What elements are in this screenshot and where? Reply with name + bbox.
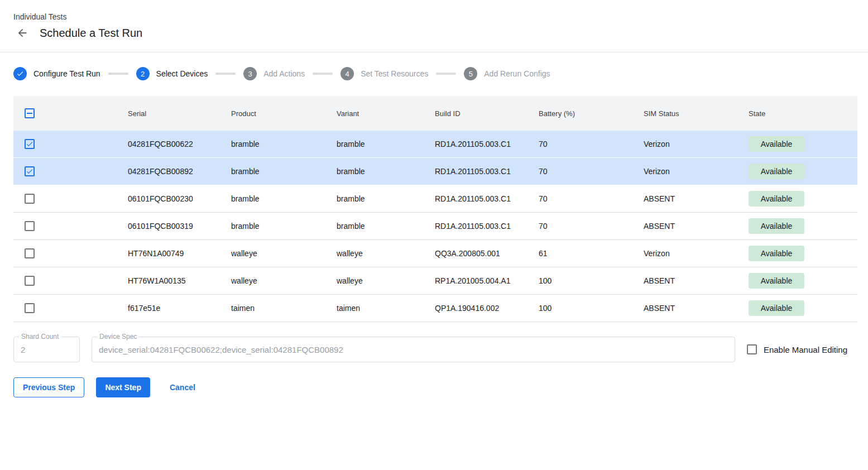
cell-variant: bramble xyxy=(337,140,435,148)
enable-manual-editing[interactable]: Enable Manual Editing xyxy=(747,337,847,354)
row-checkbox[interactable] xyxy=(25,303,35,313)
shard-count-label: Shard Count xyxy=(19,333,61,340)
action-buttons: Previous Step Next Step Cancel xyxy=(13,377,855,397)
row-checkbox[interactable] xyxy=(25,276,35,286)
cell-product: walleye xyxy=(231,249,337,258)
cell-build-id: QQ3A.200805.001 xyxy=(435,249,539,258)
step-label: Add Rerun Configs xyxy=(484,69,550,78)
cell-build-id: RD1A.201105.003.C1 xyxy=(435,167,539,176)
step-connector xyxy=(436,73,456,75)
step-connector xyxy=(313,73,333,75)
cell-battery: 61 xyxy=(539,249,644,258)
cell-battery: 100 xyxy=(539,276,644,285)
cell-sim-status: ABSENT xyxy=(644,304,749,313)
step-label: Add Actions xyxy=(263,69,305,78)
page-header: Individual Tests Schedule a Test Run xyxy=(0,0,868,40)
select-all-checkbox[interactable] xyxy=(25,108,35,118)
table-body: 04281FQCB00622bramblebrambleRD1A.201105.… xyxy=(13,131,857,322)
row-checkbox[interactable] xyxy=(25,139,35,149)
cell-build-id: RD1A.201105.003.C1 xyxy=(435,140,539,148)
column-header-variant: Variant xyxy=(337,109,435,118)
step-number: 3 xyxy=(243,67,257,80)
cell-serial: 06101FQCB00230 xyxy=(128,194,231,203)
cell-sim-status: Verizon xyxy=(644,167,749,176)
shard-count-field[interactable]: Shard Count xyxy=(13,337,80,362)
stepper-step-add-rerun-configs[interactable]: 5 Add Rerun Configs xyxy=(464,67,550,80)
stepper-step-select-devices[interactable]: 2 Select Devices xyxy=(136,67,208,80)
cell-battery: 70 xyxy=(539,140,644,148)
cell-build-id: QP1A.190416.002 xyxy=(435,304,539,313)
device-spec-field[interactable]: Device Spec xyxy=(92,337,735,362)
stepper-step-configure-test-run[interactable]: Configure Test Run xyxy=(13,67,100,80)
breadcrumb: Individual Tests xyxy=(13,12,855,21)
stepper: Configure Test Run 2 Select Devices 3 Ad… xyxy=(13,67,855,80)
shard-count-input[interactable] xyxy=(14,337,79,362)
cell-serial: 06101FQCB00319 xyxy=(128,222,231,231)
row-checkbox[interactable] xyxy=(25,194,35,204)
state-badge: Available xyxy=(749,273,804,289)
page-title: Schedule a Test Run xyxy=(40,27,142,40)
state-badge: Available xyxy=(749,246,804,261)
enable-manual-editing-checkbox[interactable] xyxy=(747,344,757,354)
table-row[interactable]: HT76W1A00135walleyewalleyeRP1A.201005.00… xyxy=(13,267,857,295)
cell-variant: taimen xyxy=(337,304,435,313)
cell-variant: walleye xyxy=(337,276,435,285)
state-badge: Available xyxy=(749,191,804,207)
step-label: Set Test Resources xyxy=(361,69,428,78)
step-label: Configure Test Run xyxy=(33,69,100,78)
table-row[interactable]: 04281FQCB00622bramblebrambleRD1A.201105.… xyxy=(13,131,857,158)
state-badge: Available xyxy=(749,218,804,234)
table-row[interactable]: 06101FQCB00230bramblebrambleRD1A.201105.… xyxy=(13,185,857,213)
device-table: Serial Product Variant Build ID Battery … xyxy=(13,96,857,322)
table-header-row: Serial Product Variant Build ID Battery … xyxy=(13,96,857,131)
table-row[interactable]: HT76N1A00749walleyewalleyeQQ3A.200805.00… xyxy=(13,240,857,267)
cell-sim-status: Verizon xyxy=(644,140,749,148)
step-connector xyxy=(215,73,236,75)
device-spec-input[interactable] xyxy=(92,337,735,362)
cell-build-id: RD1A.201105.003.C1 xyxy=(435,222,539,231)
cell-serial: 04281FQCB00892 xyxy=(128,167,231,176)
column-header-serial: Serial xyxy=(128,109,231,118)
cell-battery: 70 xyxy=(539,167,644,176)
table-row[interactable]: 04281FQCB00892bramblebrambleRD1A.201105.… xyxy=(13,158,857,185)
cell-build-id: RD1A.201105.003.C1 xyxy=(435,194,539,203)
cell-battery: 70 xyxy=(539,194,644,203)
state-badge: Available xyxy=(749,164,804,179)
stepper-step-add-actions[interactable]: 3 Add Actions xyxy=(243,67,305,80)
column-header-sim-status: SIM Status xyxy=(644,109,749,118)
cell-product: bramble xyxy=(231,140,337,148)
cell-serial: f617e51e xyxy=(128,304,231,313)
cell-sim-status: ABSENT xyxy=(644,222,749,231)
step-number: 5 xyxy=(464,67,477,80)
enable-manual-editing-label: Enable Manual Editing xyxy=(764,345,847,354)
row-checkbox[interactable] xyxy=(25,166,35,176)
cell-serial: HT76W1A00135 xyxy=(128,276,231,285)
back-arrow-icon[interactable] xyxy=(16,26,29,40)
step-number: 2 xyxy=(136,67,150,80)
cell-sim-status: ABSENT xyxy=(644,276,749,285)
cancel-button[interactable]: Cancel xyxy=(170,377,195,397)
step-complete-check-icon xyxy=(13,67,27,80)
cell-variant: walleye xyxy=(337,249,435,258)
cell-product: bramble xyxy=(231,167,337,176)
cell-build-id: RP1A.201005.004.A1 xyxy=(435,276,539,285)
row-checkbox[interactable] xyxy=(25,221,35,231)
column-header-state: State xyxy=(749,109,857,118)
row-checkbox[interactable] xyxy=(25,248,35,258)
cell-sim-status: ABSENT xyxy=(644,194,749,203)
next-step-button[interactable]: Next Step xyxy=(96,377,150,397)
stepper-step-set-test-resources[interactable]: 4 Set Test Resources xyxy=(341,67,428,80)
cell-product: bramble xyxy=(231,222,337,231)
state-badge: Available xyxy=(749,136,804,152)
table-row[interactable]: 06101FQCB00319bramblebrambleRD1A.201105.… xyxy=(13,213,857,240)
header-divider xyxy=(0,52,868,52)
step-label: Select Devices xyxy=(156,69,208,78)
table-row[interactable]: f617e51etaimentaimenQP1A.190416.002100AB… xyxy=(13,295,857,322)
previous-step-button[interactable]: Previous Step xyxy=(13,377,84,397)
cell-battery: 100 xyxy=(539,304,644,313)
form-row: Shard Count Device Spec Enable Manual Ed… xyxy=(13,337,847,362)
cell-variant: bramble xyxy=(337,222,435,231)
cell-product: bramble xyxy=(231,194,337,203)
step-number: 4 xyxy=(341,67,354,80)
cell-variant: bramble xyxy=(337,167,435,176)
